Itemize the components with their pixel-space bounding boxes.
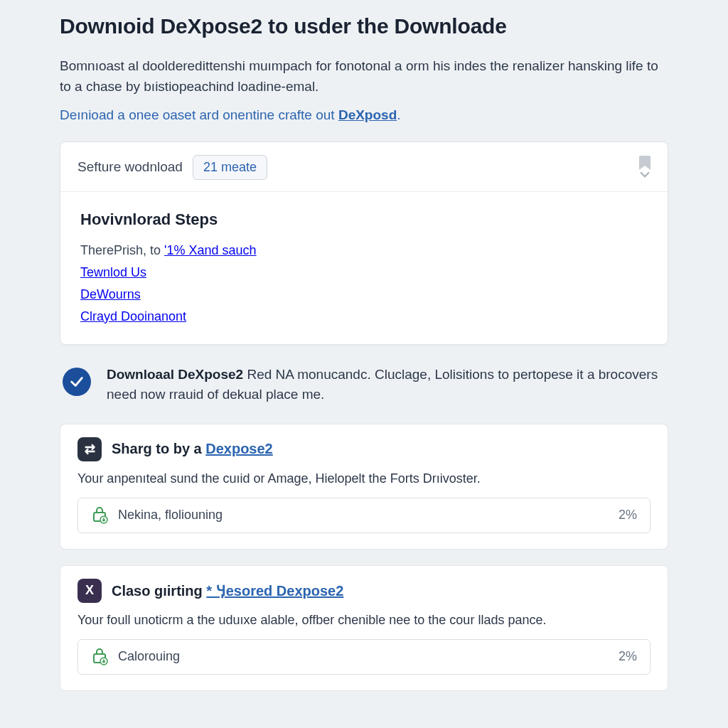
app-icon-glyph: ⇄ xyxy=(85,441,95,457)
card-title: Claso gıirting * Ӌesored Dexpose2 xyxy=(112,582,343,599)
steps-list: TherePrish, to '1% Xand sauch Tewnlod Us… xyxy=(80,243,648,324)
card-title: Sharg to by a Dexpose2 xyxy=(112,441,273,457)
intro-link-prefix: Deınioad a onee oaset ard onentine craft… xyxy=(60,107,338,122)
steps-title: Hovivnlorad Steps xyxy=(80,210,648,229)
download-card: X Claso gıirting * Ӌesored Dexpose2 Your… xyxy=(60,565,668,691)
progress-percent: 2% xyxy=(619,649,637,664)
progress-label: Calorouing xyxy=(118,649,609,664)
intro-link-line: Deınioad a onee oaset ard onentine craft… xyxy=(60,107,668,123)
list-item: TherePrish, to '1% Xand sauch xyxy=(80,243,648,258)
card-title-prefix: Sharg to by a xyxy=(112,441,205,456)
step-link[interactable]: '1% Xand sauch xyxy=(164,243,257,257)
list-item: Tewnlod Us xyxy=(80,265,648,280)
card-title-prefix: Claso gıirting xyxy=(112,583,206,599)
panel-body: Hovivnlorad Steps TherePrish, to '1% Xan… xyxy=(60,192,668,344)
card-header: ⇄ Sharg to by a Dexpose2 xyxy=(77,437,651,461)
progress-label: Nekina, floliouning xyxy=(118,508,609,523)
intro-link-suffix: . xyxy=(397,107,400,122)
check-circle-icon xyxy=(63,368,91,396)
bookmark-icon[interactable] xyxy=(639,156,651,178)
card-app-icon: X xyxy=(77,579,102,603)
panel-badge[interactable]: 21 meate xyxy=(193,155,267,180)
list-item: DeWourns xyxy=(80,287,648,302)
card-title-link[interactable]: * Ӌesored Dexpose2 xyxy=(206,583,343,599)
card-desc: Your anpenıteal sund the cuıid or Amage,… xyxy=(77,471,651,486)
card-header: X Claso gıirting * Ӌesored Dexpose2 xyxy=(77,579,651,603)
progress-row[interactable]: Nekina, floliouning 2% xyxy=(77,498,651,533)
panel-header-label: Sefture wodnload xyxy=(77,159,183,175)
chevron-down-icon xyxy=(640,171,650,178)
intro-text: Bomnıoast al doolderedittenshi muımpach … xyxy=(60,55,668,97)
page: Downıoid DeXpose2 to usder the Downloade… xyxy=(0,0,728,691)
callout-strong: Downloaal DeXpose2 xyxy=(107,367,243,382)
confirm-callout: Downloaal DeXpose2 Red NA monucandc. Clu… xyxy=(60,365,668,405)
progress-percent: 2% xyxy=(619,508,637,523)
card-app-icon: ⇄ xyxy=(77,437,102,461)
list-item: Clrayd Doоinanont xyxy=(80,309,648,324)
panel-header: Sefture wodnload 21 meate xyxy=(60,142,668,192)
app-icon-glyph: X xyxy=(85,583,94,598)
intro-strong-link[interactable]: DeXposd xyxy=(338,107,397,122)
download-card: ⇄ Sharg to by a Dexpose2 Your anpenıteal… xyxy=(60,424,668,550)
package-download-icon xyxy=(91,507,108,524)
step-link[interactable]: Clrayd Doоinanont xyxy=(80,309,186,323)
step-link[interactable]: Tewnlod Us xyxy=(80,265,146,279)
steps-panel: Sefture wodnload 21 meate Hovivnlorad St… xyxy=(60,141,668,345)
package-download-icon xyxy=(91,648,108,665)
card-desc: Your foull unoticrm a the uduıxe alable,… xyxy=(77,613,651,628)
step-prefix: TherePrish, to xyxy=(80,243,164,257)
callout-text: Downloaal DeXpose2 Red NA monucandc. Clu… xyxy=(107,365,665,405)
page-title: Downıoid DeXpose2 to usder the Downloade xyxy=(60,14,668,38)
step-link[interactable]: DeWourns xyxy=(80,287,141,301)
progress-row[interactable]: Calorouing 2% xyxy=(77,639,651,675)
card-title-link[interactable]: Dexpose2 xyxy=(205,441,273,456)
